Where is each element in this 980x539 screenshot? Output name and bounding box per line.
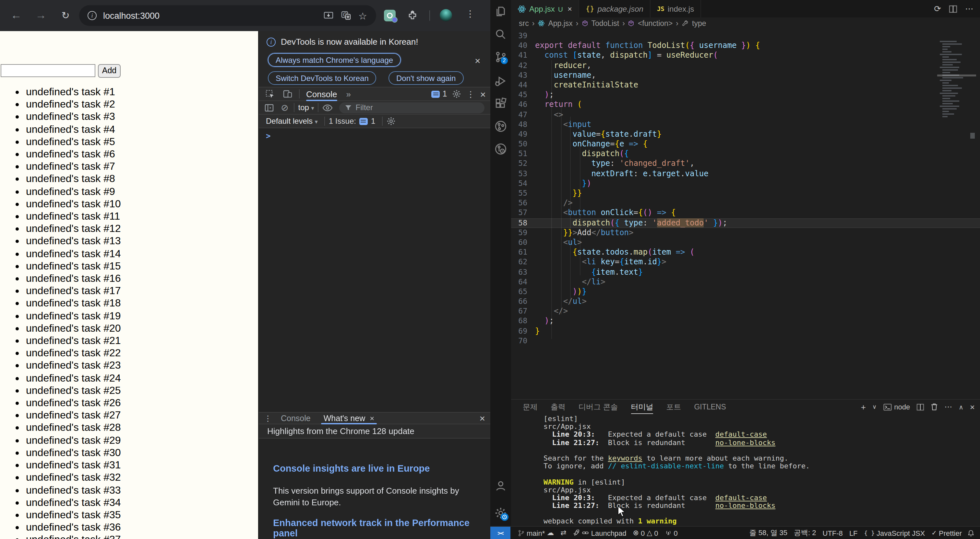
encoding-status[interactable]: UTF-8 — [819, 529, 846, 537]
terminal-instance[interactable]: node — [883, 403, 910, 411]
code-line[interactable]: 63 {item.text} — [511, 267, 980, 277]
code-line[interactable]: 61 {state.todos.map(item => ( — [511, 247, 980, 257]
address-bar[interactable]: i localhost:3000 G ☆ — [79, 5, 376, 26]
code-line[interactable]: 62 <li key={item.id}> — [511, 257, 980, 267]
breadcrumb[interactable]: src› App.jsx› TodoList› <function>› type — [511, 17, 980, 29]
maximize-panel-icon[interactable]: ∧ — [959, 403, 964, 411]
console-sidebar-icon[interactable] — [265, 103, 274, 112]
tab-app-jsx[interactable]: App.jsx U × — [511, 0, 579, 17]
install-app-icon[interactable] — [323, 11, 333, 20]
launchpad-status[interactable]: Launchpad — [570, 529, 630, 537]
code-line[interactable]: 39 — [511, 31, 980, 41]
code-line[interactable]: 65 ))} — [511, 287, 980, 297]
code-line[interactable]: 41 const [state, dispatch] = useReducer( — [511, 51, 980, 60]
whats-new-section1-title[interactable]: Console insights are live in Europe — [273, 463, 480, 474]
clear-console-icon[interactable]: ⊘ — [281, 102, 288, 113]
formatter-status[interactable]: ✓Prettier — [928, 529, 965, 537]
live-expression-eye-icon[interactable] — [323, 104, 333, 111]
indentation-status[interactable]: 공백: 2 — [791, 528, 819, 538]
chatgpt-extension-icon[interactable] — [384, 10, 396, 21]
code-line[interactable]: 48 <input — [511, 119, 980, 129]
code-line[interactable]: 59 }}>Add</button> — [511, 228, 980, 238]
filter-input[interactable]: Filter — [339, 102, 485, 113]
code-line[interactable]: 47 <> — [511, 110, 980, 119]
url-text[interactable]: localhost:3000 — [103, 11, 159, 21]
code-line[interactable]: 55 }} — [511, 189, 980, 198]
split-terminal-icon[interactable] — [916, 403, 924, 411]
profile-avatar[interactable] — [440, 9, 452, 21]
panel-tab-gitlens[interactable]: GITLENS — [694, 400, 726, 414]
code-line[interactable]: 50 onChange={e => { — [511, 139, 980, 149]
inspect-element-icon[interactable] — [265, 89, 275, 99]
notifications-bell-icon[interactable] — [967, 529, 975, 537]
code-line[interactable]: 44 createInitialState — [511, 80, 980, 90]
panel-tab-debug-console[interactable]: 디버그 콘솔 — [579, 400, 618, 414]
compare-changes-icon[interactable]: ⟳ — [934, 4, 941, 14]
devtools-settings-icon[interactable] — [452, 89, 461, 98]
browser-menu-icon[interactable]: ⋮ — [466, 8, 475, 19]
tab-close-icon[interactable]: × — [568, 4, 572, 13]
gitlens-icon[interactable] — [494, 120, 507, 133]
notification-close-icon[interactable]: × — [475, 56, 480, 65]
drawer-close-icon[interactable]: × — [479, 413, 485, 423]
git-branch-status[interactable]: main* ☁ — [514, 529, 557, 537]
back-button[interactable]: ← — [8, 7, 25, 24]
code-line[interactable]: 51 dispatch({ — [511, 149, 980, 159]
code-line[interactable]: 40export default function TodoList({ use… — [511, 41, 980, 51]
code-line[interactable]: 42 reducer, — [511, 60, 980, 70]
log-levels-selector[interactable]: Default levels ▾ — [266, 117, 318, 126]
code-line[interactable]: 52 type: 'changed_draft', — [511, 159, 980, 169]
device-toolbar-icon[interactable] — [283, 89, 293, 98]
issues-counter[interactable]: 1 Issue: 1 — [329, 117, 375, 126]
console-message-count[interactable]: 1 — [432, 89, 447, 98]
split-editor-icon[interactable] — [949, 5, 957, 13]
remote-indicator[interactable]: >< — [490, 527, 511, 539]
whats-new-section2-title[interactable]: Enhanced network track in the Performanc… — [273, 518, 487, 538]
bookmark-star-icon[interactable]: ☆ — [358, 11, 367, 21]
devtools-close-icon[interactable]: × — [480, 89, 486, 99]
panel-tab-problems[interactable]: 문제 — [523, 400, 538, 414]
code-line[interactable]: 64 </li> — [511, 277, 980, 287]
editor-more-actions-icon[interactable]: ⋯ — [965, 4, 974, 14]
gitlens-inspect-icon[interactable] — [494, 143, 507, 155]
code-line[interactable]: 53 nextDraft: e.target.value — [511, 169, 980, 179]
tab-package-json[interactable]: {} package.json — [579, 0, 651, 17]
reload-button[interactable]: ↻ — [57, 7, 74, 24]
search-icon[interactable] — [494, 28, 507, 41]
kill-terminal-trash-icon[interactable] — [931, 403, 938, 411]
run-debug-icon[interactable] — [494, 75, 507, 87]
code-line[interactable]: 43 username, — [511, 71, 980, 80]
code-line[interactable]: 49 value={state.draft} — [511, 130, 980, 139]
code-line[interactable]: 67 </> — [511, 307, 980, 317]
code-line[interactable]: 70 — [511, 336, 980, 346]
cursor-position-status[interactable]: 줄 58, 열 35 — [746, 528, 791, 538]
context-selector[interactable]: top ▾ — [298, 103, 314, 112]
minimap[interactable] — [940, 41, 971, 125]
translate-icon[interactable]: G — [341, 11, 350, 20]
code-line[interactable]: 58 dispatch({ type: 'added_todo' }); — [511, 218, 980, 228]
notification-action-3[interactable]: Don't show again — [388, 71, 463, 85]
code-line[interactable]: 45 ); — [511, 90, 980, 100]
drawer-tab-close-icon[interactable]: × — [370, 414, 374, 422]
terminal-output[interactable]: [eslint]src/App.jsx Line 20:3: Expected … — [544, 415, 972, 534]
notification-action-2[interactable]: Switch DevTools to Korean — [268, 71, 377, 85]
terminal-dropdown-icon[interactable]: ∨ — [872, 404, 877, 410]
drawer-menu-icon[interactable]: ⋮ — [264, 414, 272, 423]
devtools-menu-icon[interactable]: ⋮ — [466, 89, 475, 99]
scrollbar-thumb[interactable] — [970, 133, 975, 139]
ports-status[interactable]: 0 — [661, 529, 681, 537]
problems-status[interactable]: ⊗0 △0 — [630, 529, 662, 537]
drawer-tab-console[interactable]: Console — [281, 414, 311, 423]
panel-tab-terminal[interactable]: 터미널 — [631, 400, 653, 414]
code-line[interactable]: 57 <button onClick={() => { — [511, 208, 980, 218]
drawer-tab-whats-new[interactable]: What's new× — [324, 412, 374, 424]
new-task-input[interactable] — [1, 64, 95, 77]
panel-more-actions-icon[interactable]: ⋯ — [944, 402, 952, 411]
notification-action-1[interactable]: Always match Chrome's language — [268, 53, 401, 67]
console-settings-icon[interactable] — [386, 117, 395, 126]
extensions-puzzle-icon[interactable] — [407, 10, 418, 21]
site-info-icon[interactable]: i — [88, 11, 97, 20]
code-line[interactable]: 66 </ul> — [511, 297, 980, 306]
explorer-icon[interactable] — [494, 5, 507, 18]
console-output[interactable]: > — [259, 128, 491, 412]
